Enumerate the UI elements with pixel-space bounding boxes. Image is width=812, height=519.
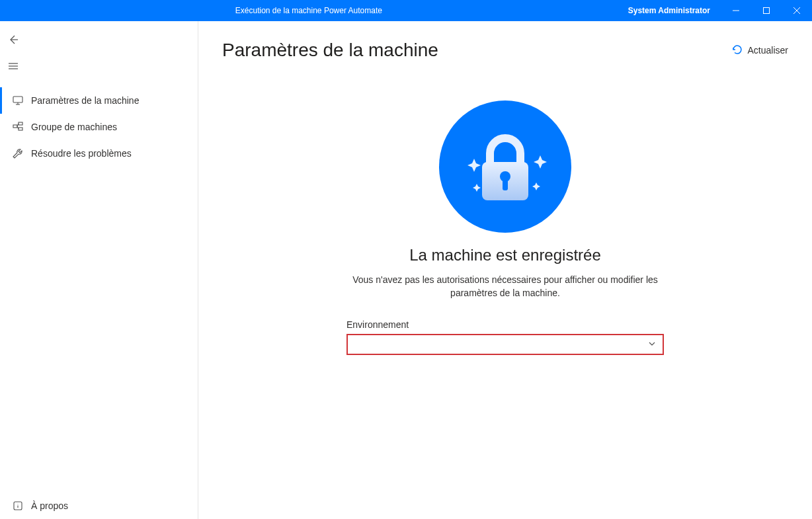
main-content: Paramètres de la machine Actualiser <box>198 21 812 519</box>
sidebar-item-label: Paramètres de la machine <box>31 95 139 106</box>
sidebar-item-label: Groupe de machines <box>31 122 117 132</box>
page-title: Paramètres de la machine <box>222 40 438 61</box>
maximize-button[interactable] <box>751 0 782 21</box>
refresh-label: Actualiser <box>748 45 788 56</box>
sidebar-item-label: À propos <box>31 500 68 511</box>
nav: Paramètres de la machine Groupe de machi… <box>0 87 198 167</box>
environment-dropdown[interactable] <box>346 334 664 355</box>
sidebar-item-troubleshoot[interactable]: Résoudre les problèmes <box>0 140 198 167</box>
minimize-button[interactable] <box>721 0 751 21</box>
close-button[interactable] <box>782 0 812 21</box>
svg-rect-13 <box>19 128 22 130</box>
svg-rect-8 <box>13 97 22 102</box>
window-controls <box>721 0 812 21</box>
sidebar-item-label: Résoudre les problèmes <box>31 148 132 159</box>
status-description: Vous n'avez pas les autorisations nécess… <box>333 274 677 299</box>
refresh-icon <box>732 44 743 57</box>
info-icon <box>11 500 24 511</box>
svg-rect-12 <box>19 122 22 125</box>
chevron-down-icon <box>648 339 656 350</box>
title-bar: Exécution de la machine Power Automate S… <box>0 0 812 21</box>
back-button[interactable] <box>0 26 26 53</box>
svg-rect-1 <box>764 8 770 14</box>
sidebar: Paramètres de la machine Groupe de machi… <box>0 21 198 519</box>
svg-rect-26 <box>503 179 508 190</box>
environment-label: Environnement <box>346 319 664 330</box>
app-title: Exécution de la machine Power Automate <box>0 6 618 15</box>
group-icon <box>11 122 24 132</box>
svg-rect-11 <box>13 125 17 128</box>
lock-illustration <box>439 100 571 233</box>
wrench-icon <box>11 148 24 159</box>
user-label: System Administrator <box>618 6 721 15</box>
sidebar-item-about[interactable]: À propos <box>0 493 198 519</box>
monitor-icon <box>11 95 24 106</box>
status-heading: La machine est enregistrée <box>222 246 788 264</box>
sidebar-item-machine-settings[interactable]: Paramètres de la machine <box>0 87 198 114</box>
refresh-button[interactable]: Actualiser <box>732 44 788 57</box>
sidebar-item-machine-group[interactable]: Groupe de machines <box>0 114 198 140</box>
hamburger-button[interactable] <box>0 53 26 79</box>
